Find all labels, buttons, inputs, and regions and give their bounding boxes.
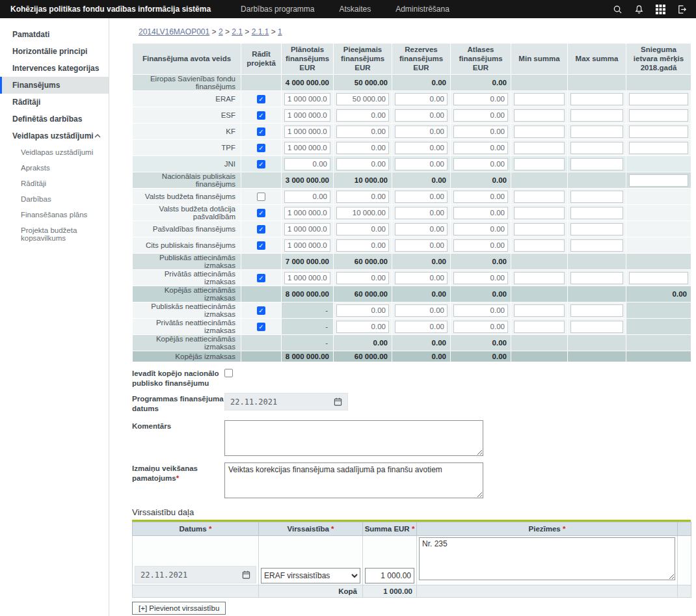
show-in-project-checkbox[interactable]: ✓ (257, 95, 265, 103)
selection-input[interactable] (453, 142, 508, 154)
sidebar-subitem[interactable]: Rādītāji (0, 176, 109, 191)
sidebar-subitem[interactable]: Projekta budžeta kopsavilkums (0, 222, 109, 246)
min-sum-input[interactable] (514, 142, 565, 154)
selection-input[interactable] (453, 304, 508, 317)
planned-input[interactable] (284, 142, 330, 154)
reserve-input[interactable] (395, 207, 448, 219)
available-input[interactable] (336, 223, 389, 235)
show-in-project-checkbox[interactable]: ✓ (257, 225, 265, 234)
reserve-input[interactable] (395, 109, 448, 122)
selection-input[interactable] (453, 223, 508, 235)
selection-input[interactable] (453, 126, 508, 138)
available-input[interactable] (336, 142, 389, 154)
show-in-project-checkbox[interactable]: ✓ (257, 127, 265, 136)
planned-input[interactable] (284, 272, 330, 284)
show-in-project-checkbox[interactable]: ✓ (257, 160, 265, 168)
max-sum-input[interactable] (570, 239, 623, 252)
planned-input[interactable] (284, 191, 330, 203)
max-sum-input[interactable] (570, 93, 623, 105)
available-input[interactable] (336, 304, 389, 317)
available-input[interactable] (336, 207, 389, 219)
sidebar-subitem[interactable]: Apraksts (0, 160, 109, 176)
breadcrumb-link[interactable]: 2014LV16MAOP001 (139, 27, 209, 36)
sidebar-subitem[interactable]: Darbības (0, 191, 109, 207)
topbar-nav-item[interactable]: Administrēšana (395, 5, 449, 14)
min-sum-input[interactable] (514, 207, 565, 219)
max-sum-input[interactable] (570, 158, 623, 170)
selection-input[interactable] (453, 191, 508, 203)
max-sum-input[interactable] (570, 272, 623, 284)
selection-input[interactable] (453, 109, 508, 122)
programme-funding-date-input[interactable]: 22.11.2021 (224, 393, 348, 410)
topbar-nav-item[interactable]: Darbības programma (241, 5, 314, 14)
show-in-project-checkbox[interactable] (257, 193, 265, 201)
show-in-project-checkbox[interactable]: ✓ (257, 241, 265, 250)
selection-input[interactable] (453, 272, 508, 284)
planned-input[interactable] (284, 109, 330, 122)
sidebar-item-finans-jums[interactable]: Finansējums (0, 77, 109, 94)
selection-input[interactable] (453, 239, 508, 252)
breadcrumb-link[interactable]: 2.1 (232, 27, 243, 36)
min-sum-input[interactable] (514, 109, 565, 122)
show-in-project-checkbox[interactable]: ✓ (257, 209, 265, 217)
sidebar-item-r-d-t-ji[interactable]: Rādītāji (0, 94, 109, 111)
available-input[interactable] (336, 239, 389, 252)
app-switcher-icon[interactable] (655, 4, 665, 14)
planned-input[interactable] (284, 126, 330, 138)
selection-input[interactable] (453, 207, 508, 219)
available-input[interactable] (336, 272, 389, 284)
min-sum-input[interactable] (514, 239, 565, 252)
min-sum-input[interactable] (514, 321, 565, 333)
min-sum-input[interactable] (514, 93, 565, 105)
min-sum-input[interactable] (514, 191, 565, 203)
show-in-project-checkbox[interactable]: ✓ (257, 306, 265, 315)
show-in-project-checkbox[interactable]: ✓ (257, 144, 265, 152)
breadcrumb-link[interactable]: 1 (278, 27, 282, 36)
min-sum-input[interactable] (514, 304, 565, 317)
comment-textarea[interactable] (224, 420, 483, 456)
overcommitment-amount-input[interactable] (365, 568, 414, 583)
performance-input[interactable] (629, 142, 688, 154)
selection-input[interactable] (453, 321, 508, 333)
available-input[interactable] (336, 109, 389, 122)
logout-icon[interactable] (676, 4, 687, 14)
show-in-project-checkbox[interactable]: ✓ (257, 323, 265, 331)
performance-input[interactable] (629, 109, 688, 122)
reserve-input[interactable] (395, 223, 448, 235)
notifications-icon[interactable] (634, 4, 644, 14)
reserve-input[interactable] (395, 272, 448, 284)
max-sum-input[interactable] (570, 321, 623, 333)
performance-input[interactable] (629, 174, 688, 187)
sidebar-subitem[interactable]: Finansēšanas plāns (0, 207, 109, 222)
available-input[interactable] (336, 93, 389, 105)
performance-input[interactable] (629, 272, 688, 284)
min-sum-input[interactable] (514, 158, 565, 170)
show-in-project-checkbox[interactable]: ✓ (257, 274, 265, 282)
max-sum-input[interactable] (570, 223, 623, 235)
breadcrumb-link[interactable]: 2.1.1 (252, 27, 269, 36)
add-overcommitment-button[interactable]: [+] Pievienot virssaistību (132, 602, 226, 615)
sidebar-item-pamatdati[interactable]: Pamatdati (0, 26, 109, 43)
reserve-input[interactable] (395, 191, 448, 203)
reserve-input[interactable] (395, 158, 448, 170)
max-sum-input[interactable] (570, 207, 623, 219)
reserve-input[interactable] (395, 126, 448, 138)
available-input[interactable] (336, 321, 389, 333)
planned-input[interactable] (284, 207, 330, 219)
sidebar-item-veidlapas-uzst-d-jumi[interactable]: Veidlapas uzstādījumi (0, 127, 109, 144)
reserve-input[interactable] (395, 142, 448, 154)
planned-input[interactable] (284, 223, 330, 235)
max-sum-input[interactable] (570, 126, 623, 138)
change-reason-textarea[interactable]: Veiktas korekcijas finansējuma sadalījum… (224, 462, 483, 498)
search-icon[interactable] (612, 4, 622, 14)
selection-input[interactable] (453, 93, 508, 105)
min-sum-input[interactable] (514, 223, 565, 235)
planned-input[interactable] (284, 239, 330, 252)
overcommitment-type-select[interactable]: ERAF virssaistības (261, 568, 360, 583)
breadcrumb-link[interactable]: 2 (219, 27, 223, 36)
min-sum-input[interactable] (514, 126, 565, 138)
max-sum-input[interactable] (570, 304, 623, 317)
available-input[interactable] (336, 158, 389, 170)
overcommitment-notes-textarea[interactable]: Nr. 235 (419, 537, 675, 580)
topbar-nav-item[interactable]: Atskaites (339, 5, 371, 14)
